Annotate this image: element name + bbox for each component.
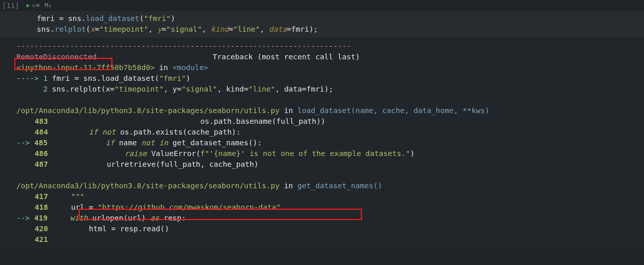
code-input-area[interactable]: fmri = sns.load_dataset("fmri")sns.relpl… [0, 11, 644, 38]
output-line [0, 170, 644, 181]
code-token [53, 234, 58, 245]
code-token: . [97, 73, 101, 84]
code-token: basename [236, 116, 272, 127]
frame-location: /opt/Anaconda3/lib/python3.8/site-packag… [0, 181, 644, 191]
code-token [98, 127, 102, 138]
line-number: 483 [16, 116, 53, 127]
output-line [0, 95, 644, 105]
code-token: = [244, 84, 248, 95]
notebook-cell: [11] ▶ ▷≡ M↓ fmri = sns.load_dataset("fm… [0, 0, 644, 249]
code-token: = [111, 224, 116, 234]
line-number: 487 [16, 159, 53, 170]
code-token: read [143, 224, 160, 234]
code-token: kind [222, 84, 244, 95]
code-token [52, 138, 106, 148]
code-token: /opt/Anaconda3/lib/python3.8/site-packag… [16, 181, 280, 191]
code-token: = [228, 24, 233, 35]
code-token: as [150, 213, 159, 224]
code-token: full_path [160, 159, 201, 170]
code-token: : [258, 138, 262, 148]
cell-prompt: [11] [2, 1, 19, 11]
line-number: 485 [34, 138, 48, 148]
code-token: , [200, 159, 205, 170]
code-token: ( [196, 148, 200, 159]
code-token: ) [232, 127, 236, 138]
frame-code-line: 2 sns.relplot(x="timepoint", y="signal",… [0, 84, 644, 95]
code-token: = [177, 84, 181, 95]
code-token: "timepoint" [99, 24, 148, 35]
code-token: "signal" [181, 84, 217, 95]
arrow: --> [16, 138, 34, 148]
code-token: , [164, 84, 168, 95]
code-token: "fmri" [144, 13, 171, 24]
code-token: : [181, 213, 186, 224]
code-token: fmri [52, 73, 75, 84]
blank [16, 95, 21, 105]
code-token: , [148, 24, 157, 35]
code-token: os [53, 116, 210, 127]
code-token: in [280, 181, 297, 191]
code-token: "line" [248, 84, 275, 95]
run-icon[interactable]: ▶ [27, 2, 30, 10]
code-token: url [53, 202, 89, 213]
code-token: ( [124, 213, 128, 224]
frame-code-line: 486 raise ValueError(f"'{name}' is not o… [0, 148, 644, 159]
code-line[interactable]: sns.relplot(x="timepoint", y="signal", k… [0, 24, 644, 35]
code-token: relplot [70, 84, 101, 95]
code-token: load_dataset [86, 13, 140, 24]
line-number: 417 [16, 191, 53, 202]
code-token: ( [272, 116, 277, 127]
code-token: full_path [277, 116, 317, 127]
code-token: )) [316, 116, 325, 127]
code-token: ( [86, 24, 90, 35]
code-token: , [217, 84, 222, 95]
code-token: kind [211, 24, 229, 35]
cell-output-area: ----------------------------------------… [0, 40, 644, 249]
code-token [146, 213, 150, 224]
code-token: os [116, 127, 129, 138]
code-token: ( [182, 127, 187, 138]
code-line[interactable]: fmri = sns.load_dataset("fmri") [0, 13, 644, 24]
code-token: , [275, 84, 280, 95]
code-token: data [269, 24, 287, 35]
run-step-icon[interactable]: ▷≡ [33, 2, 39, 10]
cell-header: [11] ▶ ▷≡ M↓ [0, 0, 644, 11]
code-token: sns [79, 73, 97, 84]
code-token: if [89, 127, 98, 138]
frame-location: /opt/Anaconda3/lib/python3.8/site-packag… [0, 105, 644, 116]
code-token: get_dataset_names [168, 138, 248, 148]
code-token [53, 148, 125, 159]
code-token: ( [101, 84, 106, 95]
code-token: not [102, 127, 116, 138]
frame-location: <ipython-input-11-7ff50b7b58d0> in <modu… [0, 62, 644, 73]
frame-code-line: ----> 1 fmri = sns.load_dataset("fmri") [0, 73, 644, 84]
code-token: data [280, 84, 302, 95]
code-token: () [160, 224, 169, 234]
code-token [52, 213, 70, 224]
code-token: "signal" [166, 24, 202, 35]
code-token: = [302, 84, 307, 95]
code-token: "fmri" [159, 73, 186, 84]
output-line: RemoteDisconnected Traceback (most recen… [0, 52, 644, 62]
code-token: urlretrieve [53, 159, 156, 170]
code-token: get_dataset_names [297, 181, 373, 191]
arrow: --> [16, 213, 34, 224]
code-token: """ [53, 191, 84, 202]
code-token: resp [116, 224, 138, 234]
code-token: () [373, 181, 382, 191]
frame-code-line: --> 485 if name not in get_dataset_names… [0, 138, 644, 148]
code-token: /opt/Anaconda3/lib/python3.8/site-packag… [16, 105, 280, 116]
code-token [155, 138, 159, 148]
code-token: in [159, 138, 168, 148]
code-token: with [70, 213, 88, 224]
code-token: fmri [37, 13, 59, 24]
markdown-toggle[interactable]: M↓ [45, 2, 52, 10]
code-token [53, 127, 89, 138]
line-number: 484 [16, 127, 53, 138]
code-token: () [248, 138, 257, 148]
code-token: = [75, 73, 79, 84]
line-number: 421 [16, 234, 53, 245]
code-token: <module> [173, 62, 209, 73]
code-token: ; [329, 84, 333, 95]
code-token: = [110, 84, 114, 95]
